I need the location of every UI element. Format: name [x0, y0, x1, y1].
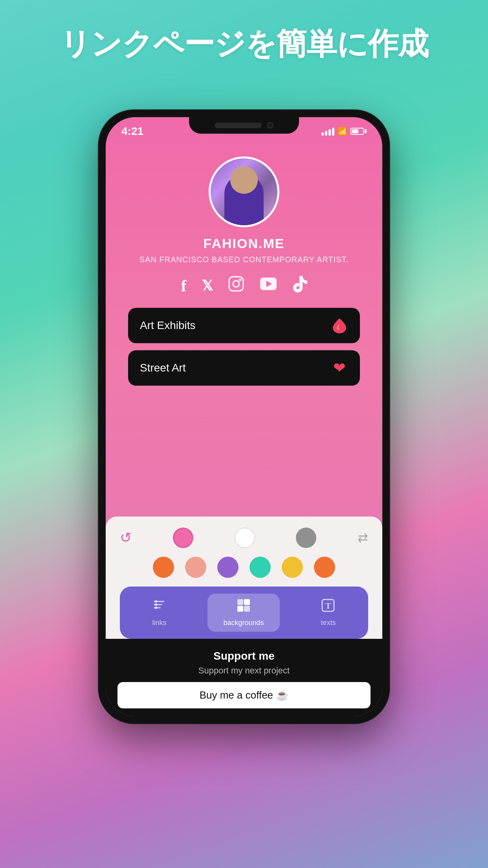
svg-rect-12	[244, 599, 250, 605]
color-swatches-row	[120, 557, 368, 578]
buy-coffee-button[interactable]: Buy me a coffee ☕	[117, 682, 371, 708]
avatar	[209, 156, 279, 227]
street-art-button[interactable]: Street Art ❤	[128, 350, 360, 386]
profile-bio: SAN FRANCISCO BASED CONTEMPORARY ARTIST.	[139, 255, 349, 264]
color-option-white[interactable]	[235, 528, 255, 548]
tab-backgrounds[interactable]: backgrounds	[207, 594, 279, 632]
svg-point-8	[155, 600, 157, 603]
art-exhibits-label: Art Exhibits	[140, 319, 196, 332]
swatch-peach[interactable]	[185, 557, 206, 578]
bottom-panel: ↺ ⇄	[106, 517, 382, 716]
shuffle-button[interactable]: ⇄	[358, 530, 368, 545]
phone-mockup: 4:21 📶	[99, 110, 389, 723]
texts-icon: T	[321, 598, 335, 616]
page-headline: リンクページを簡単に作成	[0, 24, 488, 65]
phone-notch	[189, 117, 299, 134]
texts-label: texts	[321, 619, 336, 627]
notch-camera	[267, 122, 273, 129]
swatch-orange2[interactable]	[314, 557, 335, 578]
svg-rect-13	[237, 606, 243, 612]
swatch-yellow[interactable]	[282, 557, 303, 578]
svg-point-2	[239, 279, 241, 281]
instagram-icon[interactable]	[228, 276, 244, 296]
swatch-orange[interactable]	[153, 557, 174, 578]
links-icon	[152, 598, 166, 616]
facebook-icon[interactable]: f	[181, 276, 187, 295]
svg-point-9	[155, 603, 157, 606]
tiktok-icon[interactable]	[292, 275, 307, 296]
swatch-teal[interactable]	[250, 557, 271, 578]
tab-bar: links backgrounds	[120, 587, 368, 639]
battery-icon	[350, 128, 367, 135]
signal-icon	[321, 127, 334, 136]
support-card: Support me Support my next project Buy m…	[106, 639, 382, 716]
phone-frame: 4:21 📶	[99, 110, 389, 723]
art-exhibits-icon	[331, 317, 348, 334]
profile-name: FAHION.ME	[204, 236, 285, 251]
svg-point-10	[155, 607, 157, 609]
support-subtitle: Support my next project	[117, 666, 371, 676]
social-icons-row: f 𝕏	[181, 275, 307, 296]
color-option-pink[interactable]	[173, 528, 193, 548]
street-art-label: Street Art	[140, 362, 186, 374]
color-option-gray[interactable]	[296, 528, 316, 548]
tab-texts[interactable]: T texts	[305, 594, 351, 632]
reset-button[interactable]: ↺	[120, 530, 132, 546]
status-time: 4:21	[121, 125, 143, 138]
wifi-icon: 📶	[338, 127, 347, 136]
backgrounds-label: backgrounds	[223, 619, 264, 627]
svg-rect-11	[237, 599, 243, 605]
support-title: Support me	[117, 650, 371, 662]
street-art-icon: ❤	[331, 359, 348, 377]
status-icons: 📶	[321, 127, 367, 136]
svg-point-1	[233, 281, 239, 287]
phone-screen: 4:21 📶	[106, 117, 382, 716]
notch-pill	[215, 123, 262, 128]
svg-rect-14	[244, 606, 250, 612]
backgrounds-icon	[237, 598, 251, 616]
tab-links[interactable]: links	[136, 594, 182, 632]
svg-text:T: T	[325, 601, 331, 611]
svg-rect-0	[229, 277, 243, 291]
links-label: links	[152, 619, 166, 627]
twitter-icon[interactable]: 𝕏	[202, 278, 213, 294]
youtube-icon[interactable]	[259, 277, 277, 294]
swatch-purple[interactable]	[217, 557, 238, 578]
color-picker-top: ↺ ⇄	[120, 528, 368, 548]
color-picker-panel: ↺ ⇄	[106, 517, 382, 639]
avatar-image	[211, 158, 277, 225]
art-exhibits-button[interactable]: Art Exhibits	[128, 308, 360, 343]
